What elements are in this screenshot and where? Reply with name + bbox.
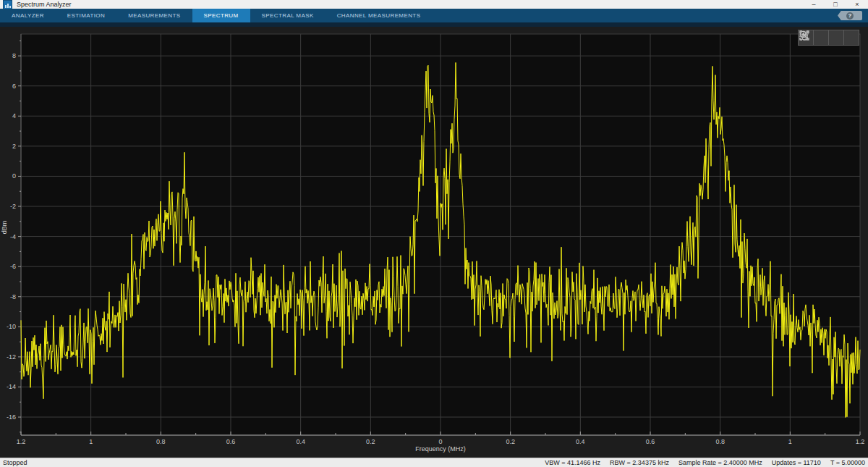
status-state: Stopped [3,459,27,466]
svg-text:8: 8 [12,52,16,59]
maximize-button[interactable]: □ [825,0,846,9]
toolstrip-tab-bar: ANALYZER ESTIMATION MEASUREMENTS SPECTRU… [0,9,868,22]
svg-text:4: 4 [12,112,16,119]
svg-text:0.6: 0.6 [226,438,236,445]
help-button[interactable]: ? [838,11,862,20]
status-rbw: RBW = 2.34375 kHz [610,459,669,466]
svg-text:-6: -6 [10,263,16,270]
svg-text:-14: -14 [7,383,16,390]
zoom-in-button[interactable] [828,30,844,46]
tab-spectrum[interactable]: SPECTRUM [192,9,250,22]
status-updates: Updates = 11710 [772,459,821,466]
tab-measurements[interactable]: MEASUREMENTS [116,9,192,22]
fit-to-view-button[interactable] [843,30,859,46]
svg-text:0.2: 0.2 [366,438,375,445]
plot-region: 1.210.80.60.40.200.20.40.60.811.286420-2… [0,27,868,458]
svg-text:0: 0 [438,438,442,445]
svg-text:0.8: 0.8 [156,438,166,445]
svg-text:0.4: 0.4 [576,438,585,445]
svg-text:0.8: 0.8 [715,438,725,445]
help-icon: ? [846,12,854,20]
tab-channel-measurements[interactable]: CHANNEL MEASUREMENTS [326,9,433,22]
svg-text:0: 0 [12,172,16,180]
status-vbw: VBW = 41.1466 Hz [545,459,600,466]
pan-button[interactable] [813,30,829,46]
x-axis-label: Frequency (MHz) [21,445,860,453]
plot-toolbar [799,30,859,46]
status-bar: Stopped VBW = 41.1466 Hz RBW = 2.34375 k… [0,458,868,467]
minimize-button[interactable]: – [803,0,825,9]
svg-text:1.2: 1.2 [856,438,865,445]
spectrum-chart[interactable]: 1.210.80.60.40.200.20.40.60.811.286420-2… [0,27,868,458]
status-metrics: VBW = 41.1466 Hz RBW = 2.34375 kHz Sampl… [535,459,865,466]
svg-text:-12: -12 [7,353,16,361]
tab-analyzer[interactable]: ANALYZER [0,9,56,22]
svg-text:2: 2 [12,143,16,150]
svg-text:6: 6 [12,83,16,90]
svg-text:-10: -10 [7,323,16,330]
title-bar: Spectrum Analyzer – □ × [0,0,868,9]
spectrum-analyzer-window: Spectrum Analyzer – □ × ANALYZER ESTIMAT… [0,0,868,467]
close-button[interactable]: × [846,0,868,9]
svg-text:-4: -4 [10,233,16,240]
window-controls: – □ × [803,0,868,9]
svg-text:1: 1 [788,438,792,445]
svg-text:0.6: 0.6 [646,438,655,445]
fit-to-view-icon [799,30,810,41]
svg-text:1.2: 1.2 [17,438,26,445]
svg-text:-2: -2 [10,203,16,210]
y-axis-label: dBm [1,221,8,235]
svg-text:1: 1 [89,438,93,445]
status-sample-rate: Sample Rate = 2.40000 MHz [678,459,762,466]
tab-spectral-mask[interactable]: SPECTRAL MASK [250,9,326,22]
app-icon [3,0,12,9]
tab-estimation[interactable]: ESTIMATION [56,9,116,22]
svg-text:-16: -16 [7,413,16,421]
svg-text:0.2: 0.2 [506,438,515,445]
svg-text:0.4: 0.4 [296,438,305,445]
svg-text:-8: -8 [10,293,16,300]
status-time: T = 5.00000 [830,459,865,466]
window-title: Spectrum Analyzer [17,0,72,9]
